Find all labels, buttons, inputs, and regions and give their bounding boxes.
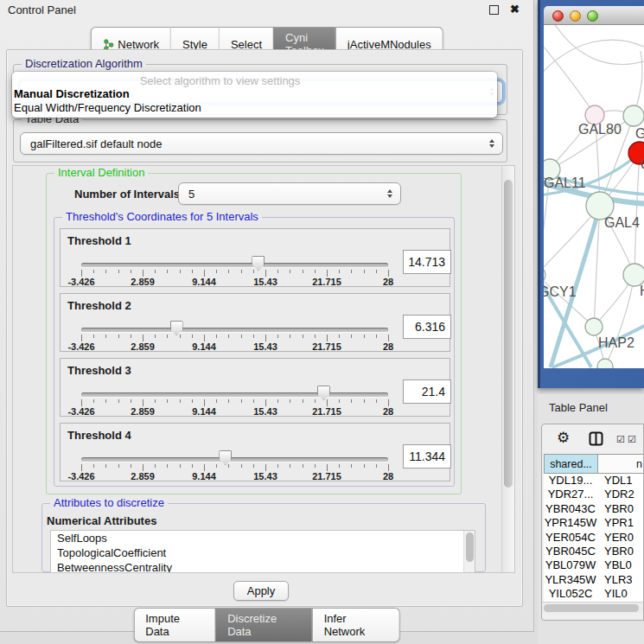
table-data-combo[interactable]: galFiltered.sif default node: [20, 132, 503, 155]
attribute-item-topologicalcoefficient[interactable]: TopologicalCoefficient: [51, 545, 475, 560]
cyni-toolbox-panel: Discretization Algorithm Table Data galF…: [6, 49, 523, 607]
tick: [105, 335, 106, 338]
slider-track[interactable]: [81, 392, 388, 397]
tick-label: 21.715: [312, 406, 341, 417]
popup-item-manual-discretization[interactable]: Manual Discretization: [12, 87, 497, 101]
network-window-titlebar[interactable]: [544, 6, 644, 25]
tick: [265, 270, 266, 277]
tick: [93, 399, 94, 403]
tick: [315, 270, 316, 273]
table-row[interactable]: YER054CYER0: [544, 531, 643, 545]
popup-item-equal-width-frequency-discretization[interactable]: Equal Width/Frequency Discretization: [12, 101, 497, 115]
tick: [155, 270, 156, 273]
attribute-item-selfloops[interactable]: SelfLoops: [51, 531, 475, 545]
tick: [388, 464, 389, 471]
slider-thumb[interactable]: [252, 256, 265, 271]
tick: [303, 335, 303, 338]
network-node[interactable]: [597, 359, 613, 368]
tick: [339, 270, 340, 273]
network-node-label: H: [640, 284, 644, 298]
table-cell-name: YBR0: [597, 545, 634, 558]
close-traffic-light-icon[interactable]: [552, 10, 564, 22]
tick: [204, 399, 205, 406]
split-table-icon[interactable]: [589, 431, 603, 446]
network-edge[interactable]: [552, 25, 644, 64]
slider-tick-labels: -3.4262.8599.14415.4321.71528: [81, 406, 389, 416]
tick: [290, 399, 290, 403]
table-row[interactable]: YDL19...YDL1: [544, 474, 643, 488]
tick: [143, 464, 143, 471]
threshold-row-1: Threshold 1-3.4262.8599.14415.4321.71528…: [60, 228, 450, 287]
network-edge[interactable]: [605, 275, 634, 367]
table-row[interactable]: YBL079WYBL0: [544, 558, 643, 572]
column-header-shared-name[interactable]: shared...: [544, 454, 598, 474]
control-panel: Control Panel ✖ NetworkStyleSelectCyni T…: [0, 0, 534, 632]
tick: [216, 464, 217, 468]
network-node-ga[interactable]: [623, 105, 644, 126]
tab-impute-data[interactable]: Impute Data: [133, 608, 215, 642]
attribute-item-betweennesscentrality[interactable]: BetweennessCentrality: [51, 560, 475, 573]
zoom-traffic-light-icon[interactable]: [587, 10, 598, 22]
threshold-2-value-field[interactable]: 6.316: [403, 315, 451, 339]
minimize-traffic-light-icon[interactable]: [570, 10, 581, 22]
number-of-intervals-combo[interactable]: 5: [178, 182, 401, 205]
table-row[interactable]: YIL052CYIL0: [544, 587, 643, 601]
table-panel-title: Table Panel: [549, 401, 608, 414]
threshold-4-value-field[interactable]: 11.344: [403, 444, 451, 469]
table-cell-name: YPR1: [597, 516, 634, 530]
tick: [118, 464, 119, 468]
tick-label: 21.715: [312, 277, 341, 287]
tick: [303, 270, 303, 273]
slider-thumb[interactable]: [317, 386, 330, 400]
tick: [192, 270, 193, 273]
tab-label: Discretize Data: [227, 612, 300, 638]
tab-infer-network[interactable]: Infer Network: [312, 608, 400, 642]
list-scrollbar[interactable]: [463, 531, 475, 573]
network-view-window: GAL80GACGAL11GAL4GCY1HHAP2: [538, 0, 644, 388]
close-icon[interactable]: ✖: [510, 3, 520, 16]
threshold-1-value-field[interactable]: 14.713: [403, 250, 451, 274]
popup-hint: Select algorithm to view settings: [12, 74, 497, 87]
tick: [228, 399, 229, 403]
network-edge[interactable]: [634, 153, 640, 275]
table-horizontal-scrollbar[interactable]: [542, 602, 643, 613]
table-rows: YDL19...YDL1YDR27...YDR2YBR043CYBR0YPR14…: [544, 474, 643, 602]
table-row[interactable]: YBR043CYBR0: [544, 502, 643, 516]
threshold-3-value-field[interactable]: 21.4: [403, 379, 451, 404]
table-cell-name: YBR0: [597, 502, 634, 516]
table-row[interactable]: YBR045CYBR0: [544, 545, 643, 558]
table-cell-name: YBL0: [597, 558, 632, 572]
tick: [167, 270, 168, 273]
tick-label: 9.144: [192, 277, 216, 287]
table-row[interactable]: YPR145WYPR1: [544, 516, 643, 530]
interval-definition-group: Interval Definition Number of Intervals …: [46, 173, 462, 494]
network-canvas[interactable]: GAL80GACGAL11GAL4GCY1HHAP2: [544, 25, 644, 368]
column-header-name[interactable]: n: [597, 454, 644, 474]
network-node-hap2[interactable]: [585, 318, 603, 335]
float-window-icon[interactable]: [489, 5, 499, 15]
table-row[interactable]: YLR345WYLR3: [544, 573, 643, 587]
slider-tick-labels: -3.4262.8599.14415.4321.71528: [81, 341, 389, 351]
tick: [388, 399, 389, 406]
tick: [290, 464, 290, 468]
table-data-combo-value: galFiltered.sif default node: [30, 137, 162, 150]
slider-thumb[interactable]: [219, 450, 232, 465]
tab-discretize-data[interactable]: Discretize Data: [215, 608, 311, 642]
slider-thumb[interactable]: [170, 321, 183, 335]
settings-scrollbar[interactable]: [501, 166, 514, 572]
settings-scrollbar-thumb[interactable]: [504, 180, 513, 488]
select-column-checkbox-icon[interactable]: ☑: [616, 434, 625, 445]
tick: [131, 464, 131, 468]
select-all-checkbox-icon[interactable]: ☑: [628, 434, 636, 445]
algorithm-dropdown-popup: Select algorithm to view settings Manual…: [12, 72, 497, 118]
slider-track[interactable]: [81, 328, 388, 332]
slider-track[interactable]: [81, 457, 388, 462]
tick: [93, 335, 94, 338]
slider-track[interactable]: [81, 263, 388, 267]
tick: [339, 464, 340, 468]
gear-icon[interactable]: ⚙: [557, 429, 570, 447]
tick: [143, 270, 143, 277]
table-row[interactable]: YDR27...YDR2: [544, 488, 643, 501]
apply-button[interactable]: Apply: [233, 581, 289, 601]
tick-label: 21.715: [312, 471, 341, 481]
